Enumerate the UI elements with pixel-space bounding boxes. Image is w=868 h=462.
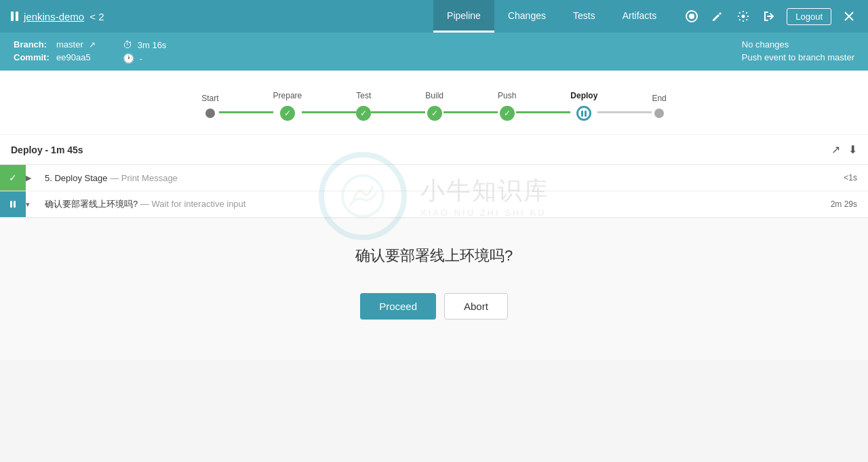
commit-value: ee90aa5	[56, 52, 91, 62]
stage-row-time-1: <1s	[844, 173, 868, 182]
event-value: Push event to branch master	[742, 52, 854, 62]
svg-point-2	[742, 15, 745, 18]
close-icon[interactable]	[841, 8, 857, 24]
stage-deploy: Deploy	[570, 91, 597, 121]
watermark-text: 小牛知识库 XIAO NIU ZHI SHI KU	[420, 174, 549, 218]
line-5	[597, 111, 652, 113]
branch-number: < 2	[90, 11, 104, 22]
input-buttons: Proceed Abort	[0, 293, 868, 320]
watermark: 小牛知识库 XIAO NIU ZHI SHI KU	[319, 152, 549, 240]
tab-pipeline[interactable]: Pipeline	[433, 0, 494, 33]
stage-prepare: Prepare ✓	[273, 91, 302, 121]
watermark-en: XIAO NIU ZHI SHI KU	[420, 208, 549, 218]
header-nav: Pipeline Changes Tests Artifacts	[433, 0, 670, 33]
stage-end: End	[652, 94, 666, 118]
stage-row-sub-2: — Wait for interactive input	[140, 199, 246, 209]
info-col-events: No changes Push event to branch master	[742, 39, 854, 64]
status-done-icon: ✓	[0, 165, 26, 191]
tab-artifacts[interactable]: Artifacts	[609, 0, 671, 33]
watermark-circle	[319, 152, 407, 240]
abort-button[interactable]: Abort	[444, 293, 508, 320]
stage-row-sub-1: — Print Message	[110, 173, 178, 183]
stage-push: Push ✓	[498, 91, 516, 121]
logout-button[interactable]: Logout	[787, 8, 831, 25]
stage-test-node[interactable]: ✓	[356, 106, 371, 121]
input-question: 确认要部署线上环境吗?	[0, 246, 868, 266]
stage-end-label: End	[652, 94, 666, 103]
commit-label: Commit:	[14, 52, 51, 62]
stage-test: Test ✓	[356, 91, 371, 121]
branch-row: Branch: master ↗	[14, 39, 96, 50]
clock-play-icon: ⏱	[123, 39, 132, 50]
tab-changes[interactable]: Changes	[494, 0, 559, 33]
stage-start-node[interactable]	[205, 109, 215, 118]
header-icons: Logout	[684, 8, 857, 25]
deploy-title: Deploy - 1m 45s	[11, 145, 83, 155]
stage-start: Start	[201, 94, 218, 118]
header-left: jenkins-demo < 2	[11, 11, 425, 22]
clock-icon: 🕐	[123, 53, 134, 64]
watermark-cn: 小牛知识库	[420, 174, 549, 208]
stage-build: Build ✓	[425, 91, 443, 121]
stage-push-node[interactable]: ✓	[500, 106, 515, 121]
time-value: -	[140, 54, 142, 64]
pause-icon[interactable]	[11, 12, 18, 21]
stage-build-label: Build	[425, 91, 443, 100]
proceed-button[interactable]: Proceed	[360, 293, 436, 320]
expand-icon-2[interactable]: ▾	[26, 200, 39, 209]
edit-icon[interactable]	[709, 8, 726, 24]
info-bar: Branch: master ↗ Commit: ee90aa5 ⏱ 3m 16…	[0, 33, 868, 71]
logout-nav-icon[interactable]	[761, 8, 777, 24]
changes-row: No changes	[742, 39, 854, 50]
line-2	[371, 111, 425, 113]
branch-value: master	[56, 39, 83, 50]
duration-row: ⏱ 3m 16s	[123, 39, 167, 50]
changes-value: No changes	[742, 39, 789, 50]
event-row: Push event to branch master	[742, 52, 854, 62]
stage-flow: Start Prepare ✓ Test ✓ Build ✓ Push ✓	[0, 91, 868, 121]
stage-build-node[interactable]: ✓	[427, 106, 442, 121]
line-1	[302, 111, 356, 113]
stage-prepare-node[interactable]: ✓	[280, 106, 295, 121]
stage-row-time-2: 2m 29s	[831, 199, 868, 209]
settings-icon[interactable]	[735, 8, 751, 24]
stage-prepare-label: Prepare	[273, 91, 302, 100]
record-icon[interactable]	[684, 8, 700, 24]
jenkins-link[interactable]: jenkins-demo	[24, 11, 84, 22]
svg-point-1	[689, 14, 694, 19]
header: jenkins-demo < 2 Pipeline Changes Tests …	[0, 0, 868, 33]
status-paused-icon	[0, 191, 26, 217]
svg-point-5	[342, 176, 383, 216]
line-0	[219, 111, 273, 113]
time-row: 🕐 -	[123, 53, 167, 64]
download-icon[interactable]: ⬇	[848, 143, 857, 156]
info-col-branch-commit: Branch: master ↗ Commit: ee90aa5	[14, 39, 96, 64]
info-col-times: ⏱ 3m 16s 🕐 -	[123, 39, 167, 64]
stage-end-node[interactable]	[654, 109, 664, 118]
tab-tests[interactable]: Tests	[559, 0, 609, 33]
expand-icon-1[interactable]: ▶	[26, 174, 39, 182]
branch-label: Branch:	[14, 39, 51, 50]
stage-test-label: Test	[356, 91, 371, 100]
stage-push-label: Push	[498, 91, 516, 100]
stage-deploy-node[interactable]	[576, 106, 591, 121]
stage-deploy-label: Deploy	[570, 91, 597, 100]
external-link-icon[interactable]: ↗	[89, 40, 96, 50]
stage-start-label: Start	[201, 94, 218, 103]
line-4	[516, 111, 570, 113]
external-link-icon-deploy[interactable]: ↗	[831, 143, 840, 156]
deploy-icons: ↗ ⬇	[831, 143, 857, 156]
line-3	[443, 111, 498, 113]
duration-value: 3m 16s	[138, 40, 167, 50]
pipeline-area: 小牛知识库 XIAO NIU ZHI SHI KU Start Prepare …	[0, 71, 868, 134]
commit-row: Commit: ee90aa5	[14, 52, 96, 62]
